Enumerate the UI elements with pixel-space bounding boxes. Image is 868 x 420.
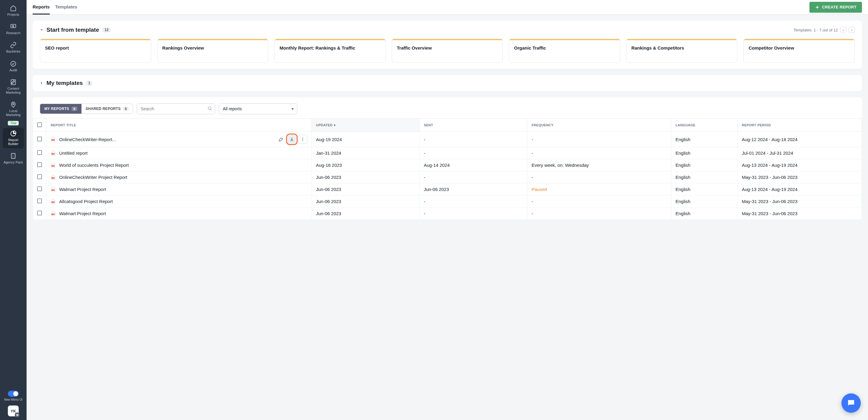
report-title: Walmart Project Report (59, 187, 106, 192)
table-row[interactable]: PDFAllcatsgood Project ReportJun-06 2023… (33, 196, 862, 207)
report-title: OnlineCheckWriter Project Report (59, 175, 127, 180)
col-updated[interactable]: UPDATED ▾ (312, 119, 420, 132)
template-card-title: Organic Traffic (514, 45, 615, 51)
map-pin-icon (10, 101, 17, 108)
template-count-badge: 12 (102, 27, 111, 33)
cell-language: English (671, 171, 738, 184)
search-input[interactable] (137, 103, 215, 114)
svg-point-6 (208, 107, 211, 109)
template-card-title: Rankings & Competitors (631, 45, 733, 51)
my-templates-count-badge: 1 (86, 80, 93, 86)
table-row[interactable]: PDFWorld of succulents Project ReportAug… (33, 159, 862, 171)
create-report-button[interactable]: CREATE REPORT (809, 2, 862, 13)
chevron-right-icon[interactable] (40, 81, 43, 85)
my-reports-tab[interactable]: MY REPORTS 9 (40, 104, 82, 114)
tab-templates[interactable]: Templates (55, 0, 77, 15)
template-card[interactable]: Rankings & Competitors (626, 39, 738, 63)
col-period[interactable]: REPORT PERIOD (737, 119, 862, 132)
template-next-button[interactable]: › (849, 27, 855, 33)
sidebar-item-report-builder[interactable]: Report Builder (3, 128, 24, 148)
template-card[interactable]: Rankings Overview (157, 39, 269, 63)
row-checkbox[interactable] (37, 174, 42, 179)
more-button[interactable] (298, 135, 307, 144)
template-card[interactable]: Organic Traffic (509, 39, 620, 63)
sidebar-item-audit[interactable]: Audit (3, 58, 24, 75)
row-checkbox[interactable] (37, 211, 42, 216)
cell-updated: Jan-31 2024 (312, 147, 420, 159)
template-card-title: SEO report (45, 45, 146, 51)
sidebar-item-projects[interactable]: Projects (3, 2, 24, 19)
cell-frequency: Every week, on: Wednesday (527, 159, 671, 171)
svg-text:PDF: PDF (52, 153, 54, 155)
col-title[interactable]: REPORT TITLE (46, 119, 312, 132)
chat-widget-button[interactable] (841, 393, 861, 413)
monitor-search-icon (10, 23, 17, 30)
edit-button[interactable] (276, 135, 285, 144)
user-avatar[interactable]: YK (8, 405, 19, 416)
table-row[interactable]: PDFWalmart Project ReportJun-06 2023Jun-… (33, 184, 862, 196)
pdf-icon: PDF (51, 137, 56, 142)
row-checkbox[interactable] (37, 137, 42, 141)
table-row[interactable]: PDFUntitled reportJan-31 2024--EnglishJu… (33, 147, 862, 159)
row-checkbox[interactable] (37, 162, 42, 167)
cell-frequency: - (527, 207, 671, 220)
cell-language: English (671, 184, 738, 196)
template-card-title: Competitor Overview (748, 45, 849, 51)
table-row[interactable]: PDFOnlineCheckWriter Project ReportJun-0… (33, 171, 862, 184)
toggle-label: New Menu UI (4, 398, 23, 401)
cell-sent: Jun-06 2023 (420, 184, 527, 196)
section-title: My templates (46, 80, 83, 86)
template-card[interactable]: Competitor Overview (743, 39, 855, 63)
row-checkbox[interactable] (37, 198, 42, 203)
sidebar-item-label: Backlinks (6, 50, 20, 54)
sidebar-item-research[interactable]: Research (3, 21, 24, 37)
pdf-icon: PDF (51, 150, 56, 156)
svg-point-10 (302, 139, 303, 140)
cell-frequency: - (527, 171, 671, 184)
count-badge: 9 (71, 107, 77, 111)
svg-point-4 (13, 103, 14, 105)
col-sent[interactable]: SENT (420, 119, 527, 132)
col-frequency[interactable]: FREQUENCY (527, 119, 671, 132)
template-card-title: Monthly Report: Rankings & Traffic (279, 45, 380, 51)
button-label: CREATE REPORT (822, 5, 857, 9)
template-prev-button[interactable]: ‹ (840, 27, 846, 33)
report-title: Allcatsgood Project Report (59, 199, 113, 204)
select-all-checkbox[interactable] (37, 122, 42, 127)
row-checkbox[interactable] (37, 187, 42, 191)
my-templates-section: My templates 1 (33, 75, 862, 91)
svg-text:PDF: PDF (52, 139, 54, 140)
sidebar-item-label: Agency Pack (4, 161, 23, 164)
chat-icon (846, 398, 856, 408)
tab-reports[interactable]: Reports (33, 0, 50, 15)
sidebar-item-content-marketing[interactable]: Content Marketing (3, 77, 24, 97)
chevron-down-icon[interactable] (40, 28, 43, 32)
button-label: MY REPORTS (44, 107, 69, 111)
pie-chart-icon (10, 130, 17, 137)
sidebar-item-local-marketing[interactable]: Local Marketing (3, 99, 24, 119)
col-language[interactable]: LANGUAGE (671, 119, 738, 132)
cell-frequency: Paused (527, 184, 671, 196)
sidebar-item-backlinks[interactable]: Backlinks (3, 39, 24, 56)
sidebar-item-label: Local Marketing (3, 109, 24, 117)
download-button[interactable] (287, 135, 297, 144)
template-card[interactable]: Traffic Overview (392, 39, 503, 63)
sidebar-item-label: Content Marketing (3, 87, 24, 94)
svg-rect-5 (11, 153, 16, 159)
template-card[interactable]: Monthly Report: Rankings & Traffic (274, 39, 386, 63)
shared-reports-tab[interactable]: SHARED REPORTS 0 (82, 104, 133, 114)
cell-sent: - (420, 196, 527, 207)
report-filter-dropdown[interactable]: All reports (219, 103, 297, 114)
row-checkbox[interactable] (37, 150, 42, 155)
table-row[interactable]: PDFWalmart Project ReportJun-06 2023--En… (33, 207, 862, 220)
template-card[interactable]: SEO report (40, 39, 151, 63)
cell-period: May-31 2023 - Jun-06 2023 (737, 207, 862, 220)
cell-updated: Jun-06 2023 (312, 207, 420, 220)
table-row[interactable]: PDFOnlineCheckWriter-Report...Aug-19 202… (33, 132, 862, 147)
menu-ui-toggle[interactable] (8, 391, 19, 397)
svg-rect-0 (11, 25, 16, 28)
svg-rect-3 (11, 80, 16, 85)
filters-bar: MY REPORTS 9 SHARED REPORTS 0 All rep (33, 97, 862, 118)
cell-sent: - (420, 132, 527, 147)
sidebar-item-agency-pack[interactable]: Agency Pack (3, 150, 24, 167)
